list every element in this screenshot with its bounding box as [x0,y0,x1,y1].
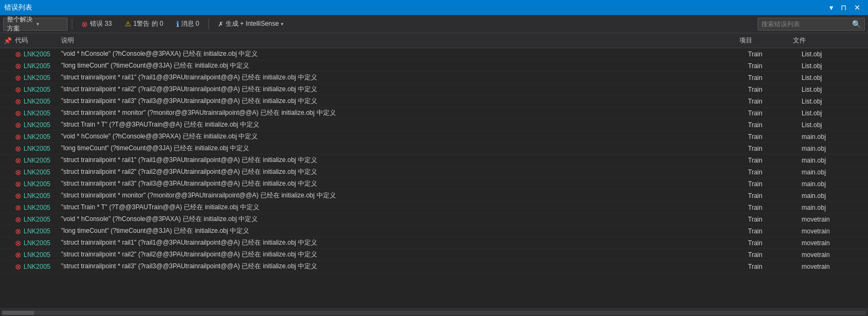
build-dropdown-arrow: ▾ [281,21,283,27]
title-bar-controls: ▾ ⊓ ✕ [826,3,864,12]
table-row[interactable]: ⊗ LNK2005 "struct trainrailpoint * monit… [0,107,868,119]
error-description: "struct trainrailpoint * rail2" (?rail2@… [61,85,748,94]
error-code[interactable]: LNK2005 [24,168,61,176]
error-description: "struct trainrailpoint * rail3" (?rail3@… [61,97,748,106]
scope-selector[interactable]: 整个解决方案 ▾ [3,18,68,31]
error-code[interactable]: LNK2005 [24,98,61,105]
table-row[interactable]: ⊗ LNK2005 "struct Train * T" (?T@@3PAUTr… [0,202,868,214]
error-file: List.obj [802,86,866,93]
table-row[interactable]: ⊗ LNK2005 "struct trainrailpoint * rail2… [0,84,868,95]
error-code[interactable]: LNK2005 [24,216,61,223]
table-row[interactable]: ⊗ LNK2005 "void * hConsole" (?hConsole@@… [0,214,868,225]
table-row[interactable]: ⊗ LNK2005 "struct trainrailpoint * rail1… [0,155,868,166]
error-project: Train [748,251,802,259]
error-icon: ⊗ [13,144,24,153]
error-code[interactable]: LNK2005 [24,121,61,129]
table-row[interactable]: ⊗ LNK2005 "void * hConsole" (?hConsole@@… [0,48,868,60]
error-file: main.obj [802,133,866,141]
error-code[interactable]: LNK2005 [24,251,61,259]
table-row[interactable]: ⊗ LNK2005 "struct trainrailpoint * rail1… [0,72,868,84]
pin-button[interactable]: ⊓ [837,3,850,12]
search-input[interactable] [758,20,849,28]
error-code[interactable]: LNK2005 [24,239,61,247]
scrollbar-thumb[interactable] [2,311,34,315]
table-row[interactable]: ⊗ LNK2005 "struct trainrailpoint * monit… [0,190,868,202]
error-file: movetrain [802,227,866,235]
search-button[interactable]: 🔍 [849,20,864,28]
warning-count-label: 1警告 的 0 [133,19,163,28]
error-file: main.obj [802,204,866,211]
table-row[interactable]: ⊗ LNK2005 "struct trainrailpoint * rail3… [0,95,868,107]
table-row[interactable]: ⊗ LNK2005 "struct trainrailpoint * rail2… [0,166,868,178]
error-file: movetrain [802,216,866,223]
error-project: Train [748,145,802,152]
table-row[interactable]: ⊗ LNK2005 "long timeCount" (?timeCount@@… [0,143,868,155]
error-project: Train [748,216,802,223]
error-file: movetrain [802,239,866,247]
error-file: List.obj [802,121,866,129]
error-project: Train [748,50,802,58]
project-col-header[interactable]: 项目 [739,36,793,45]
error-description: "struct trainrailpoint * monitor" (?moni… [61,191,748,200]
error-code[interactable]: LNK2005 [24,109,61,117]
error-description: "struct Train * T" (?T@@3PAUTrain@@A) 已经… [61,120,748,129]
table-row[interactable]: ⊗ LNK2005 "struct trainrailpoint * rail3… [0,178,868,190]
error-description: "struct Train * T" (?T@@3PAUTrain@@A) 已经… [61,203,748,212]
error-description: "void * hConsole" (?hConsole@@3PAXA) 已经在… [61,49,748,58]
warning-filter-button[interactable]: ⚠ 1警告 的 0 [120,18,168,31]
error-icon: ⊗ [13,239,24,247]
table-row[interactable]: ⊗ LNK2005 "long timeCount" (?timeCount@@… [0,225,868,237]
error-description: "struct trainrailpoint * rail2" (?rail2@… [61,167,748,177]
window-title: 错误列表 [4,3,32,12]
error-icon: ⊗ [13,192,24,200]
error-project: Train [748,192,802,200]
error-icon: ⊗ [13,215,24,224]
error-description: "struct trainrailpoint * rail1" (?rail1@… [61,156,748,165]
error-code[interactable]: LNK2005 [24,86,61,93]
error-code[interactable]: LNK2005 [24,133,61,141]
error-project: Train [748,133,802,141]
menu-button[interactable]: ▾ [826,3,836,12]
table-row[interactable]: ⊗ LNK2005 "void * hConsole" (?hConsole@@… [0,131,868,143]
error-project: Train [748,227,802,235]
error-code[interactable]: LNK2005 [24,157,61,164]
error-code[interactable]: LNK2005 [24,263,61,270]
table-row[interactable]: ⊗ LNK2005 "struct trainrailpoint * rail3… [0,261,868,273]
build-filter-button[interactable]: ✗ 生成 + IntelliSense ▾ [213,18,289,31]
error-list-window: 错误列表 ▾ ⊓ ✕ 整个解决方案 ▾ ⊗ 错误 33 ⚠ 1警告 的 0 ℹ … [0,0,868,316]
info-count-label: 消息 0 [181,19,199,28]
error-icon: ⊗ [13,156,24,165]
code-col-header[interactable]: 代码 [13,36,61,45]
error-code[interactable]: LNK2005 [24,62,61,70]
error-code[interactable]: LNK2005 [24,180,61,188]
error-icon: ⊗ [13,227,24,236]
info-filter-button[interactable]: ℹ 消息 0 [171,18,204,31]
error-list[interactable]: ⊗ LNK2005 "void * hConsole" (?hConsole@@… [0,48,868,308]
table-row[interactable]: ⊗ LNK2005 "long timeCount" (?timeCount@@… [0,60,868,72]
table-row[interactable]: ⊗ LNK2005 "struct Train * T" (?T@@3PAUTr… [0,119,868,131]
horizontal-scrollbar[interactable] [0,308,868,316]
error-count-label: 错误 33 [90,19,112,28]
error-code[interactable]: LNK2005 [24,204,61,211]
error-code[interactable]: LNK2005 [24,50,61,58]
error-icon: ⊗ [13,168,24,177]
error-description: "long timeCount" (?timeCount@@3JA) 已经在 i… [61,226,748,236]
error-icon: ⊗ [13,50,24,58]
error-filter-button[interactable]: ⊗ 错误 33 [77,18,117,31]
error-icon: ⊗ [13,62,24,70]
table-row[interactable]: ⊗ LNK2005 "struct trainrailpoint * rail1… [0,237,868,249]
error-code[interactable]: LNK2005 [24,227,61,235]
error-file: main.obj [802,145,866,152]
error-code[interactable]: LNK2005 [24,145,61,152]
desc-col-header[interactable]: 说明 [61,36,739,45]
close-button[interactable]: ✕ [851,3,864,12]
error-description: "struct trainrailpoint * rail3" (?rail3@… [61,262,748,271]
error-code[interactable]: LNK2005 [24,74,61,82]
table-row[interactable]: ⊗ LNK2005 "struct trainrailpoint * rail2… [0,249,868,261]
error-description: "long timeCount" (?timeCount@@3JA) 已经在 i… [61,144,748,153]
column-headers: 📌 代码 说明 项目 文件 [0,33,868,48]
error-project: Train [748,121,802,129]
error-icon: ⊗ [13,74,24,82]
error-code[interactable]: LNK2005 [24,192,61,200]
file-col-header[interactable]: 文件 [793,36,857,45]
